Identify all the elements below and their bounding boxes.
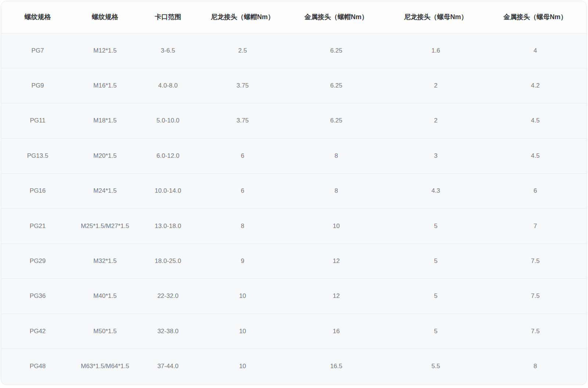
table-row: PG16M24*1.510.0-14.0684.36 [1, 174, 587, 209]
table-cell: 16 [285, 314, 388, 349]
table-cell: 10 [200, 349, 285, 384]
table-cell: 1.6 [387, 33, 484, 68]
table-cell: M16*1.5 [74, 68, 136, 103]
table-cell: PG42 [1, 314, 74, 349]
table-cell: 10 [200, 314, 285, 349]
table-cell: 12 [285, 243, 388, 278]
table-cell: M40*1.5 [74, 279, 136, 314]
table-cell: 3.75 [200, 103, 285, 138]
table-header: 螺纹规格螺纹规格卡口范围尼龙接头（螺帽Nm）金属接头（螺帽Nm）尼龙接头（螺母N… [1, 1, 587, 33]
table-cell: 22-32.0 [136, 279, 200, 314]
table-cell: 18.0-25.0 [136, 243, 200, 278]
torque-spec-table: 螺纹规格螺纹规格卡口范围尼龙接头（螺帽Nm）金属接头（螺帽Nm）尼龙接头（螺母N… [1, 1, 587, 384]
table-cell: PG36 [1, 279, 74, 314]
table-cell: PG13.5 [1, 138, 74, 173]
column-header-6: 尼龙接头（螺母Nm） [387, 1, 484, 33]
header-row: 螺纹规格螺纹规格卡口范围尼龙接头（螺帽Nm）金属接头（螺帽Nm）尼龙接头（螺母N… [1, 1, 587, 33]
table-cell: 3.75 [200, 68, 285, 103]
table-cell: 10 [200, 279, 285, 314]
table-cell: M18*1.5 [74, 103, 136, 138]
table-row: PG11M18*1.55.0-10.03.756.2524.5 [1, 103, 587, 138]
table-cell: 8 [484, 349, 587, 384]
column-header-5: 金属接头（螺帽Nm） [285, 1, 388, 33]
table-cell: 3 [387, 138, 484, 173]
table-row: PG42M50*1.532-38.0101657.5 [1, 314, 587, 349]
table-row: PG9M16*1.54.0-8.03.756.2524.2 [1, 68, 587, 103]
table-cell: M32*1.5 [74, 243, 136, 278]
table-cell: 12 [285, 279, 388, 314]
table-cell: PG29 [1, 243, 74, 278]
table-cell: 8 [285, 174, 388, 209]
table-cell: 9 [200, 243, 285, 278]
table-cell: 6.25 [285, 33, 388, 68]
table-cell: M63*1.5/M64*1.5 [74, 349, 136, 384]
table-row: PG48M63*1.5/M64*1.537-44.01016.55.58 [1, 349, 587, 384]
table-cell: M50*1.5 [74, 314, 136, 349]
table-row: PG7M12*1.53-6.52.56.251.64 [1, 33, 587, 68]
column-header-1: 螺纹规格 [1, 1, 74, 33]
table-cell: 4.5 [484, 103, 587, 138]
table-cell: M24*1.5 [74, 174, 136, 209]
table-cell: 6.25 [285, 103, 388, 138]
table-cell: M25*1.5/M27*1.5 [74, 209, 136, 243]
table-cell: M20*1.5 [74, 138, 136, 173]
table-cell: PG16 [1, 174, 74, 209]
table-row: PG36M40*1.522-32.0101257.5 [1, 279, 587, 314]
table-cell: 6 [200, 138, 285, 173]
table-cell: 4 [484, 33, 587, 68]
table-cell: 16.5 [285, 349, 388, 384]
torque-spec-table-card: 螺纹规格螺纹规格卡口范围尼龙接头（螺帽Nm）金属接头（螺帽Nm）尼龙接头（螺母N… [1, 1, 587, 385]
table-cell: 6.25 [285, 68, 388, 103]
table-cell: M12*1.5 [74, 33, 136, 68]
table-cell: 4.2 [484, 68, 587, 103]
table-cell: 5 [387, 279, 484, 314]
table-cell: 10 [285, 209, 388, 243]
table-cell: 7.5 [484, 279, 587, 314]
column-header-7: 金属接头（螺母Nm） [484, 1, 587, 33]
table-cell: 2.5 [200, 33, 285, 68]
table-body: PG7M12*1.53-6.52.56.251.64PG9M16*1.54.0-… [1, 33, 587, 384]
table-cell: PG11 [1, 103, 74, 138]
table-row: PG29M32*1.518.0-25.091257.5 [1, 243, 587, 278]
table-cell: 13.0-18.0 [136, 209, 200, 243]
table-cell: PG21 [1, 209, 74, 243]
column-header-2: 螺纹规格 [74, 1, 136, 33]
table-cell: 4.5 [484, 138, 587, 173]
table-cell: 7.5 [484, 243, 587, 278]
table-cell: 5 [387, 209, 484, 243]
table-cell: 5.0-10.0 [136, 103, 200, 138]
table-cell: 2 [387, 103, 484, 138]
table-cell: 5.5 [387, 349, 484, 384]
table-cell: 37-44.0 [136, 349, 200, 384]
table-cell: 8 [285, 138, 388, 173]
table-cell: 6.0-12.0 [136, 138, 200, 173]
table-cell: 10.0-14.0 [136, 174, 200, 209]
column-header-4: 尼龙接头（螺帽Nm） [200, 1, 285, 33]
table-cell: 6 [484, 174, 587, 209]
table-cell: 32-38.0 [136, 314, 200, 349]
table-cell: PG9 [1, 68, 74, 103]
table-row: PG21M25*1.5/M27*1.513.0-18.081057 [1, 209, 587, 243]
table-cell: 8 [200, 209, 285, 243]
table-cell: 6 [200, 174, 285, 209]
table-cell: 7 [484, 209, 587, 243]
table-cell: 3-6.5 [136, 33, 200, 68]
table-cell: 5 [387, 243, 484, 278]
table-row: PG13.5M20*1.56.0-12.06834.5 [1, 138, 587, 173]
table-cell: 2 [387, 68, 484, 103]
table-cell: PG48 [1, 349, 74, 384]
table-cell: 5 [387, 314, 484, 349]
table-cell: 7.5 [484, 314, 587, 349]
column-header-3: 卡口范围 [136, 1, 200, 33]
table-cell: 4.3 [387, 174, 484, 209]
table-cell: 4.0-8.0 [136, 68, 200, 103]
table-cell: PG7 [1, 33, 74, 68]
